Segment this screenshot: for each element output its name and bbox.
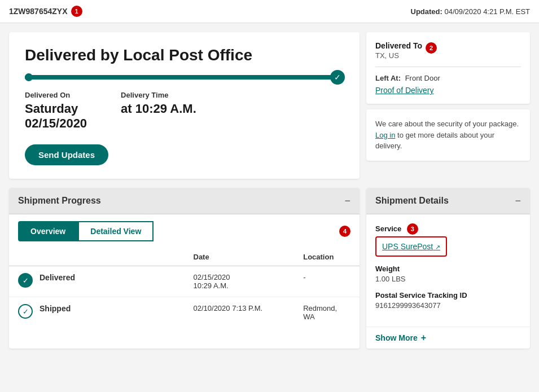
security-card: We care about the security of your packa… [366,109,530,161]
details-content: Service 3 UPS SurePost ↗ Weight 1.00 LBS… [366,214,530,327]
shipped-icon: ✓ [18,304,33,319]
tabs-row: Overview Detailed View 4 [9,214,360,248]
delivered-on-label: Delivered On [25,91,87,99]
security-text: We care about the security of your packa… [375,118,521,152]
show-more-plus-icon: + [421,333,426,343]
postal-tracking-label: Postal Service Tracking ID [375,291,521,299]
step-badge-2: 2 [426,42,437,54]
table-row: ✓ Shipped 02/10/2020 7:13 P.M. Redmond, … [9,297,360,328]
weight-value: 1.00 LBS [375,275,521,283]
service-box: UPS SurePost ↗ [375,236,447,257]
shipment-progress-title: Shipment Progress [18,196,101,206]
shipment-details-collapse-btn[interactable]: − [515,196,521,206]
delivered-to-header: Delivered To TX, US 2 [375,41,521,60]
login-link[interactable]: Log in [375,131,395,139]
show-more-link[interactable]: Show More [375,333,418,342]
table-row: ✓ Delivered 02/15/2020 10:29 A.M. - [9,266,360,297]
status-cell: ✓ Delivered [9,266,185,297]
step-badge-3: 3 [407,223,418,235]
delivered-date-line2: 10:29 A.M. [194,281,286,290]
shipped-label: Shipped [40,304,71,313]
postal-tracking-block: Postal Service Tracking ID 9161299993643… [375,291,521,310]
shipped-location-line1: Redmond, [303,304,350,312]
delivered-on-line1: Saturday [25,102,87,116]
service-label-text: Service [375,224,401,233]
status-cell-inner: ✓ Delivered [18,273,176,288]
shipment-progress-collapse-btn[interactable]: − [344,196,350,206]
proof-of-delivery-link[interactable]: Proof of Delivery [375,86,433,95]
delivered-location: - [294,266,360,297]
delivery-info: Delivered On Saturday 02/15/2020 Deliver… [25,91,344,131]
shipped-date-line1: 02/10/2020 7:13 P.M. [194,304,286,312]
delivery-time-block: Delivery Time at 10:29 A.M. [121,91,196,131]
ups-surepost-label: UPS SurePost [382,242,433,251]
progress-fill [25,75,344,80]
delivered-to-title: Delivered To [375,41,422,50]
delivered-to-location: TX, US [375,51,422,60]
bottom-section: Shipment Progress − Overview Detailed Vi… [0,188,539,358]
shipped-location: Redmond, WA [294,297,360,328]
shipment-progress-header: Shipment Progress − [9,188,360,214]
left-at-value: Front Door [405,74,440,82]
delivered-on-line2: 02/15/2020 [25,116,87,131]
col-location: Location [294,248,360,266]
updated-value: 04/09/2020 4:21 P.M. EST [444,7,530,16]
shipment-progress-panel: Shipment Progress − Overview Detailed Vi… [9,188,360,349]
top-bar: 1ZW987654ZYX 1 Updated: 04/09/2020 4:21 … [0,0,539,23]
weight-block: Weight 1.00 LBS [375,265,521,283]
progress-track: ✓ [25,75,344,80]
delivered-on-block: Delivered On Saturday 02/15/2020 [25,91,87,131]
delivery-title: Delivered by Local Post Office [25,46,344,65]
updated-label: Updated: [411,7,442,16]
left-at-label: Left At: Front Door [375,74,521,82]
delivered-date-line1: 02/15/2020 [194,273,286,281]
progress-bar-container: ✓ [25,75,344,80]
delivery-time-label: Delivery Time [121,91,196,99]
right-panel: Delivered To TX, US 2 Left At: Front Doo… [366,32,530,179]
service-label: Service 3 [375,223,521,235]
delivered-label: Delivered [40,273,75,282]
tab-overview[interactable]: Overview [18,221,78,241]
delivery-time-value: at 10:29 A.M. [121,102,196,116]
main-section: Delivered by Local Post Office ✓ Deliver… [0,23,539,188]
shipment-details-header: Shipment Details − [366,188,530,214]
updated-text: Updated: 04/09/2020 4:21 P.M. EST [411,7,531,16]
shipment-progress-table: Date Location ✓ Delivered 02/15/2020 1 [9,248,360,328]
service-block: Service 3 UPS SurePost ↗ [375,223,521,257]
tab-detailed-view-label: Detailed View [90,227,141,236]
delivery-card: Delivered by Local Post Office ✓ Deliver… [9,32,360,179]
shipped-status-cell-inner: ✓ Shipped [18,304,176,319]
shipped-date: 02/10/2020 7:13 P.M. [185,297,295,328]
shipment-details-panel: Shipment Details − Service 3 UPS SurePos… [366,188,530,349]
step-badge-1: 1 [71,6,82,17]
step-badge-4: 4 [339,226,350,237]
delivered-date: 02/15/2020 10:29 A.M. [185,266,295,297]
postal-tracking-value: 9161299993643077 [375,301,521,310]
tab-detailed-view[interactable]: Detailed View [78,221,154,241]
tracking-number-wrapper: 1ZW987654ZYX 1 [9,6,82,17]
shipment-details-title: Shipment Details [375,196,449,206]
progress-dot-start [25,73,33,81]
external-link-icon: ↗ [435,244,440,250]
delivered-to-card: Delivered To TX, US 2 Left At: Front Doo… [366,32,530,104]
shipped-status-cell: ✓ Shipped [9,297,185,328]
weight-label: Weight [375,265,521,273]
col-status [9,248,185,266]
divider [375,67,521,67]
tab-overview-label: Overview [30,227,65,236]
show-more-row: Show More + [366,327,530,349]
send-updates-button[interactable]: Send Updates [25,144,108,165]
shipped-location-line2: WA [303,312,350,321]
progress-check-end: ✓ [330,70,345,85]
security-text-before: We care about the security of your packa… [375,120,519,128]
ups-surepost-link[interactable]: UPS SurePost ↗ [382,242,440,251]
tracking-number: 1ZW987654ZYX [9,7,68,16]
delivered-on-value: Saturday 02/15/2020 [25,102,87,131]
left-at-label-text: Left At: [375,74,401,82]
col-date: Date [185,248,295,266]
delivered-icon: ✓ [18,273,33,288]
